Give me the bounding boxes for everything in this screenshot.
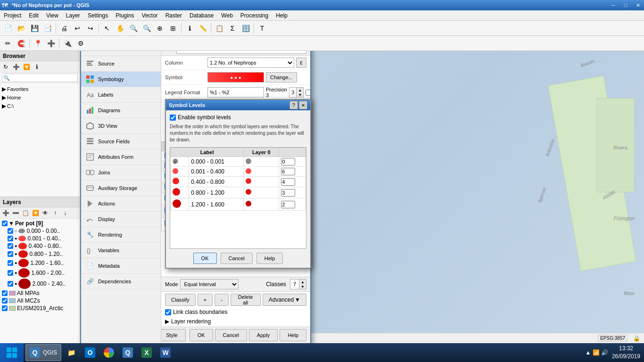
menu-vector[interactable]: Vector (138, 10, 162, 21)
advanced-button[interactable]: Advanced ▼ (263, 294, 306, 306)
close-btn[interactable]: ✕ (632, 0, 644, 10)
layers-toggle-btn[interactable]: 👁 (41, 208, 50, 218)
save-as-btn[interactable]: 📑 (41, 22, 54, 34)
li3-cb[interactable] (8, 243, 13, 249)
taskbar-qgis2[interactable]: Q (119, 344, 137, 361)
select-btn[interactable]: ↖ (101, 22, 113, 34)
browser-info-btn[interactable]: ℹ (32, 62, 41, 72)
layer-group-perpot[interactable]: ▼ Per pot [9] (1, 220, 79, 227)
print-btn[interactable]: 🖨 (58, 22, 70, 34)
layers-open-attr-btn[interactable]: 📋 (21, 208, 30, 218)
style-btn[interactable]: Style (161, 329, 186, 341)
sidebar-auxiliary-storage[interactable]: Auxiliary Storage (81, 181, 161, 196)
plugin1-btn[interactable]: 🔌 (61, 37, 74, 49)
layer-item-2[interactable]: ● 0.001 - 0.40.. (7, 235, 79, 242)
precision-dn-btn[interactable]: ▼ (297, 92, 303, 97)
menu-database[interactable]: Database (186, 10, 217, 21)
sidebar-rendering[interactable]: 🔧 Rendering (81, 227, 161, 243)
minimize-btn[interactable]: ─ (607, 0, 619, 10)
layer-item-1[interactable]: ○ 0.000 - 0.00.. (7, 227, 79, 235)
sym-row-1[interactable]: ○ 0.000 - 0.001 (171, 157, 306, 167)
perpot-checkbox[interactable] (2, 221, 8, 226)
sidebar-variables[interactable]: {} Variables (81, 243, 161, 258)
browser-refresh-btn[interactable]: ↻ (1, 62, 10, 72)
layer-item-3[interactable]: ● 0.400 - 0.80.. (7, 242, 79, 250)
sym-help-btn[interactable]: ? (289, 101, 298, 109)
zoom-layer-btn[interactable]: ⊞ (167, 22, 179, 34)
menu-help[interactable]: Help (272, 10, 291, 21)
li6-cb[interactable] (8, 270, 13, 276)
li4-cb[interactable] (8, 251, 13, 257)
sym-close-btn[interactable]: ✕ (299, 101, 307, 109)
pan-btn[interactable]: ✋ (114, 22, 126, 34)
browser-home[interactable]: ▶ Home (0, 93, 80, 102)
trim-checkbox[interactable] (305, 90, 310, 96)
maximize-btn[interactable]: □ (619, 0, 632, 10)
sidebar-joins[interactable]: Joins (81, 165, 161, 181)
remove-class-button[interactable]: - (215, 294, 229, 306)
coord-btn[interactable]: 📍 (32, 37, 44, 49)
attr-table-btn[interactable]: 📋 (213, 22, 225, 34)
plugin2-btn[interactable]: ⚙ (74, 37, 87, 49)
menu-raster[interactable]: Raster (162, 10, 186, 21)
sym-row-3[interactable]: 0.400 - 0.800 (171, 177, 306, 187)
browser-search-input[interactable] (2, 74, 78, 82)
taskbar-qgis[interactable]: Q QGIS (25, 344, 61, 361)
sidebar-source-fields[interactable]: Source Fields (81, 134, 161, 149)
taskbar-outlook[interactable]: O (81, 344, 99, 361)
new-btn[interactable]: 📄 (2, 22, 14, 34)
layers-filter-btn[interactable]: 🔽 (31, 208, 40, 218)
sym-row-5[interactable]: 1.200 - 1.600 (171, 198, 306, 211)
menu-plugins[interactable]: Plugins (112, 10, 138, 21)
layer-item-5[interactable]: ● 1.200 - 1.60.. (7, 258, 79, 268)
layer-all-mczs[interactable]: All MCZs (1, 297, 79, 304)
eusm-cb[interactable] (2, 305, 8, 311)
sym-r1-input[interactable] (281, 158, 295, 165)
apply-btn[interactable]: Apply (249, 329, 278, 341)
sym-r5-input[interactable] (281, 201, 295, 208)
zoom-full-btn[interactable]: ⊕ (154, 22, 166, 34)
menu-layer[interactable]: Layer (62, 10, 84, 21)
ok-btn[interactable]: OK (190, 329, 213, 341)
sym-r4-input[interactable] (281, 189, 295, 197)
layers-add-btn[interactable]: ➕ (1, 208, 10, 218)
layer-item-4[interactable]: ● 0.800 - 1.20.. (7, 250, 79, 258)
layer-item-7[interactable]: ● 2.000 - 2.40.. (7, 278, 79, 289)
digitize-btn[interactable]: ✏ (2, 37, 14, 49)
cancel-btn[interactable]: Cancel (215, 329, 247, 341)
sidebar-dependencies[interactable]: 🔗 Dependencies (81, 274, 161, 289)
sym-r1-value[interactable] (279, 157, 306, 167)
layers-move-up-btn[interactable]: ↑ (50, 208, 60, 218)
sidebar-labels[interactable]: Aa Labels (81, 87, 161, 103)
mpa-cb[interactable] (2, 290, 8, 296)
menu-web[interactable]: Web (217, 10, 236, 21)
mczs-cb[interactable] (2, 298, 8, 304)
menu-settings[interactable]: Settings (84, 10, 112, 21)
sym-help-footer-btn[interactable]: Help (256, 253, 283, 264)
li2-cb[interactable] (8, 236, 13, 241)
save-btn[interactable]: 💾 (28, 22, 41, 34)
browser-add-btn[interactable]: ➕ (11, 62, 21, 72)
layer-item-6[interactable]: ● 1.600 - 2.00.. (7, 268, 79, 278)
field-calc-btn[interactable]: 🔢 (239, 22, 252, 34)
sidebar-display[interactable]: Display (81, 212, 161, 227)
sidebar-diagrams[interactable]: Diagrams (81, 103, 161, 118)
layer-all-mpas[interactable]: All MPAs (1, 289, 79, 297)
add-class-button[interactable]: + (198, 294, 213, 306)
layers-move-dn-btn[interactable]: ↓ (60, 208, 70, 218)
redo-btn[interactable]: ↪ (84, 22, 97, 34)
legend-format-input[interactable] (207, 87, 264, 98)
menu-project[interactable]: Project (0, 10, 25, 21)
sym-enable-checkbox[interactable] (170, 115, 176, 121)
taskbar-word[interactable]: W (157, 344, 174, 361)
sidebar-metadata[interactable]: 📄 Metadata (81, 258, 161, 274)
sidebar-attributes-form[interactable]: Attributes Form (81, 149, 161, 165)
menu-processing[interactable]: Processing (237, 10, 272, 21)
zoom-in-btn[interactable]: 🔍 (127, 22, 140, 34)
delete-all-button[interactable]: Delete all (231, 294, 261, 306)
menu-view[interactable]: View (42, 10, 62, 21)
column-select[interactable]: 1.2 No. of Nephrops (207, 58, 294, 68)
sidebar-3dview[interactable]: 3D View (81, 118, 161, 134)
sym-row-2[interactable]: 0.001 - 0.400 (171, 167, 306, 177)
taskbar-chrome[interactable] (100, 344, 118, 361)
